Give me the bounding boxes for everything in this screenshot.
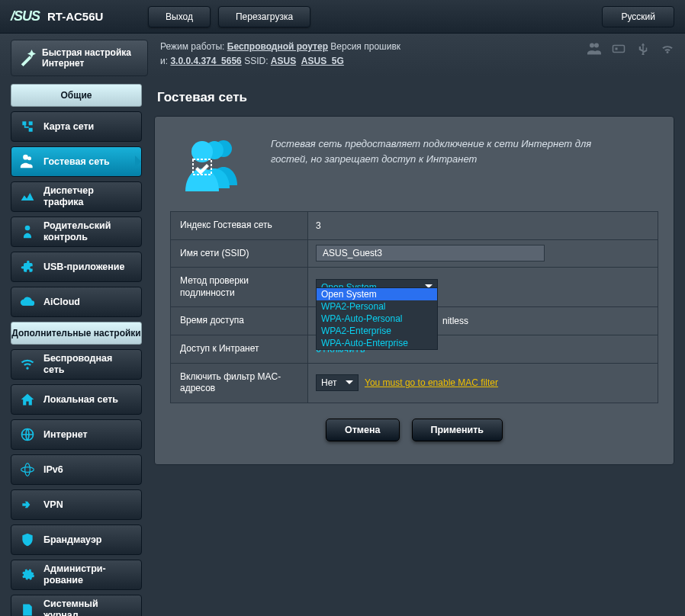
shield-icon bbox=[19, 531, 36, 548]
opmode-link[interactable]: Беспроводной роутер bbox=[227, 41, 328, 52]
puzzle-icon bbox=[19, 258, 36, 275]
logo: /SUS RT-AC56U bbox=[11, 8, 148, 24]
intro: Гостевая сеть предоставляет подключение … bbox=[170, 132, 658, 211]
settings-form: Индекс Гостевая сеть 3 Имя сети (SSID) М… bbox=[170, 211, 658, 403]
main-content: Гостевая сеть Гостевая сеть предоставляе… bbox=[148, 84, 685, 616]
auth-option[interactable]: Open System bbox=[317, 288, 437, 300]
svg-point-3 bbox=[21, 467, 34, 473]
svg-point-4 bbox=[25, 464, 31, 476]
intro-text: Гостевая сеть предоставляет подключение … bbox=[271, 132, 629, 193]
sidebar: Общие Карта сети Гостевая сеть Диспетчер… bbox=[0, 84, 148, 616]
clients-icon[interactable] bbox=[587, 43, 601, 55]
sidebar-item-firewall[interactable]: Брандмауэр bbox=[11, 525, 142, 555]
sidebar-item-aicloud[interactable]: AiCloud bbox=[11, 287, 142, 317]
sidebar-item-vpn[interactable]: VPN bbox=[11, 489, 142, 520]
sidebar-item-wan[interactable]: Интернет bbox=[11, 419, 142, 450]
sidebar-item-wireless[interactable]: Беспроводная сеть bbox=[11, 349, 142, 380]
sidebar-item-parental[interactable]: Родительский контроль bbox=[11, 217, 142, 247]
ipv6-icon bbox=[19, 461, 36, 478]
auth-option[interactable]: WPA2-Enterprise bbox=[317, 325, 437, 337]
sidebar-item-lan[interactable]: Локальная сеть bbox=[11, 384, 142, 415]
globe-icon bbox=[19, 426, 36, 443]
vpn-icon bbox=[19, 496, 36, 513]
wand-icon bbox=[19, 49, 36, 67]
home-icon bbox=[19, 391, 36, 408]
sidebar-header-general: Общие bbox=[11, 84, 142, 107]
auth-option[interactable]: WPA2-Personal bbox=[317, 300, 437, 313]
auth-option[interactable]: WPA-Auto-Personal bbox=[317, 313, 437, 325]
brand-text: /SUS bbox=[11, 8, 40, 24]
networkmap-icon bbox=[19, 118, 36, 135]
ssid-5g-link[interactable]: ASUS_5G bbox=[301, 56, 344, 66]
sidebar-item-admin[interactable]: Администри-рование bbox=[11, 560, 142, 590]
label-mac: Включить фильтр MAC-адресов bbox=[171, 364, 308, 403]
language-select[interactable]: Русский bbox=[602, 6, 674, 27]
guest-icon bbox=[19, 153, 36, 170]
mac-select[interactable]: Нет bbox=[316, 374, 359, 391]
chevron-down-icon bbox=[346, 380, 353, 388]
auth-dropdown[interactable]: Open System WPA2-Personal WPA-Auto-Perso… bbox=[316, 287, 438, 350]
sidebar-item-usb-app[interactable]: USB-приложение bbox=[11, 252, 142, 282]
label-intranet: Доступ к Интранет bbox=[171, 335, 308, 363]
wireless-icon bbox=[19, 356, 36, 373]
action-buttons: Отмена Применить bbox=[170, 403, 658, 441]
model-text: RT-AC56U bbox=[47, 10, 103, 23]
gear-icon bbox=[19, 566, 36, 583]
wifi-icon[interactable] bbox=[661, 43, 674, 55]
cancel-button[interactable]: Отмена bbox=[326, 419, 400, 441]
apply-button[interactable]: Применить bbox=[412, 419, 503, 441]
usb-port-icon[interactable] bbox=[612, 43, 626, 55]
label-time: Время доступа bbox=[171, 307, 308, 335]
logout-button[interactable]: Выход bbox=[148, 6, 211, 27]
fw-link[interactable]: 3.0.0.4.374_5656 bbox=[170, 56, 241, 66]
svg-rect-1 bbox=[616, 48, 618, 50]
mac-filter-link[interactable]: You must go to enable MAC filter bbox=[365, 377, 498, 388]
top-bar: /SUS RT-AC56U Выход Перезагрузка Русский bbox=[0, 0, 685, 34]
sidebar-item-ipv6[interactable]: IPv6 bbox=[11, 454, 142, 485]
label-index: Индекс Гостевая сеть bbox=[171, 212, 308, 239]
traffic-icon bbox=[19, 188, 36, 205]
panel: Гостевая сеть предоставляет подключение … bbox=[154, 116, 674, 465]
sidebar-item-syslog[interactable]: Системный журнал bbox=[11, 595, 142, 616]
value-index: 3 bbox=[308, 212, 658, 239]
parental-icon bbox=[19, 223, 36, 240]
svg-rect-0 bbox=[613, 46, 625, 53]
quick-setup-label: Быстрая настройка Интернет bbox=[42, 47, 140, 69]
label-ssid: Имя сети (SSID) bbox=[171, 240, 308, 268]
sidebar-item-traffic[interactable]: Диспетчер трафика bbox=[11, 181, 142, 212]
reboot-button[interactable]: Перезагрузка bbox=[218, 6, 310, 27]
sidebar-item-network-map[interactable]: Карта сети bbox=[11, 111, 142, 142]
log-icon bbox=[19, 602, 36, 616]
cloud-icon bbox=[19, 294, 36, 310]
ssid-input[interactable] bbox=[316, 245, 545, 261]
sidebar-item-guest-network[interactable]: Гостевая сеть bbox=[11, 146, 142, 177]
time-value-peek: nitless bbox=[442, 316, 468, 326]
label-auth: Метод проверки подлинности bbox=[171, 268, 308, 306]
sidebar-header-advanced: Дополнительные настройки bbox=[11, 322, 142, 345]
page-title: Гостевая сеть bbox=[154, 84, 674, 116]
guest-illustration bbox=[176, 132, 252, 193]
quick-setup-button[interactable]: Быстрая настройка Интернет bbox=[11, 40, 148, 76]
status-text: Режим работы: Беспроводной роутер Версия… bbox=[148, 40, 587, 69]
status-icons bbox=[587, 40, 674, 55]
ssid-24-link[interactable]: ASUS bbox=[271, 56, 296, 66]
status-row: Быстрая настройка Интернет Режим работы:… bbox=[0, 34, 685, 84]
auth-option[interactable]: WPA-Auto-Enterprise bbox=[317, 337, 437, 349]
usb-icon[interactable] bbox=[636, 43, 650, 55]
